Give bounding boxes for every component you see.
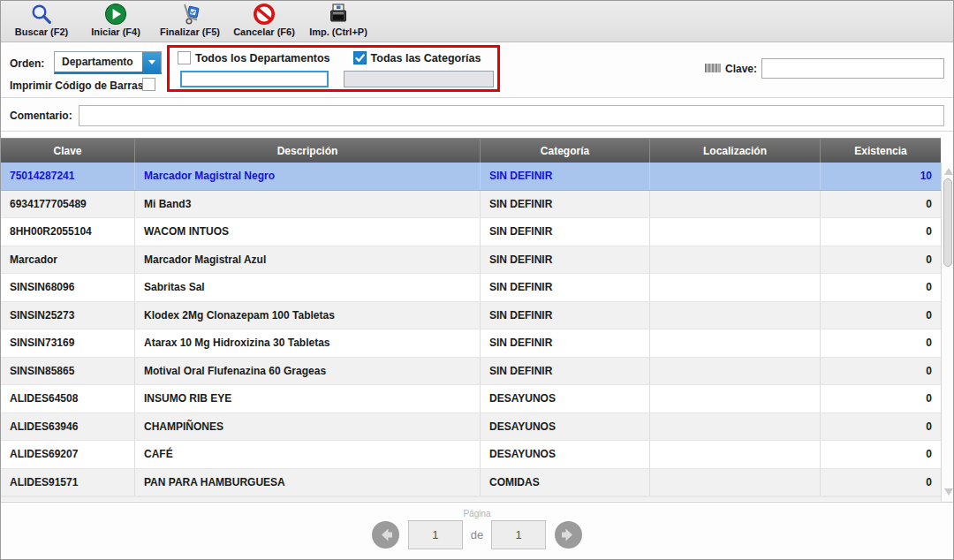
table-row[interactable]: 6934177705489Mi Band3SIN DEFINIR0 xyxy=(1,191,941,219)
cell-clave: SINSIN25273 xyxy=(1,302,135,329)
todos-departamentos-checkbox[interactable] xyxy=(178,51,191,64)
cell-clave: SINSIN73169 xyxy=(1,329,135,357)
cancelar-button[interactable]: Cancelar (F6) xyxy=(227,1,301,42)
column-header-descripcion[interactable]: Descripción xyxy=(135,139,481,163)
cell-existencia: 10 xyxy=(821,163,941,190)
de-label: de xyxy=(471,528,483,541)
iniciar-button[interactable]: Iniciar (F4) xyxy=(79,1,153,42)
finalizar-button[interactable]: Finalizar (F5) xyxy=(153,1,227,42)
cell-localizacion xyxy=(650,246,821,274)
cell-existencia: 0 xyxy=(821,413,941,441)
cell-localizacion xyxy=(650,441,821,468)
cell-existencia: 0 xyxy=(821,274,941,301)
pagina-label: Página xyxy=(1,509,953,518)
current-page-input[interactable] xyxy=(408,520,463,549)
cell-descripcion: Klodex 2Mg Clonazepam 100 Tabletas xyxy=(135,302,481,329)
table-row[interactable]: SINSIN25273Klodex 2Mg Clonazepam 100 Tab… xyxy=(1,302,941,330)
cell-descripcion: CAFÉ xyxy=(135,441,481,468)
scroll-down-icon[interactable] xyxy=(944,488,953,496)
orden-dropdown-value: Departamento xyxy=(55,56,142,68)
orden-dropdown[interactable]: Departamento xyxy=(54,51,162,74)
scrollbar-thumb[interactable] xyxy=(943,178,952,267)
pagination-footer: Página de xyxy=(1,502,953,560)
orden-label: Orden: xyxy=(10,57,44,70)
table-body: 75014287241Marcador Magistral NegroSIN D… xyxy=(1,163,954,496)
todas-categorias-checkbox[interactable] xyxy=(353,51,367,64)
table-row[interactable]: SINSIN73169Atarax 10 Mg Hidroxizina 30 T… xyxy=(1,329,941,358)
cell-categoria: SIN DEFINIR xyxy=(481,274,650,301)
table-row[interactable]: 8HH00R2055104WACOM INTUOSSIN DEFINIR0 xyxy=(1,218,941,246)
table-row[interactable]: ALIDES63946CHAMPIÑONESDESAYUNOS0 xyxy=(1,413,941,442)
previous-page-button[interactable] xyxy=(371,520,400,549)
imprimir-button[interactable]: Imp. (Ctrl+P) xyxy=(301,1,375,42)
clave-group: Clave: xyxy=(705,58,944,79)
cell-clave: 6934177705489 xyxy=(1,191,135,218)
column-header-existencia[interactable]: Existencia xyxy=(821,139,941,163)
cell-localizacion xyxy=(650,413,821,441)
cell-clave: 75014287241 xyxy=(1,163,135,190)
cell-categoria: COMIDAS xyxy=(481,469,650,496)
cell-localizacion xyxy=(650,218,821,246)
cell-localizacion xyxy=(650,163,821,190)
column-header-localizacion[interactable]: Localización xyxy=(650,139,821,163)
departamento-input[interactable] xyxy=(180,71,329,87)
cell-descripcion: CHAMPIÑONES xyxy=(135,413,481,441)
cell-categoria: SIN DEFINIR xyxy=(481,163,650,190)
cell-clave: ALIDES69207 xyxy=(1,441,135,468)
comentario-input[interactable] xyxy=(79,105,944,126)
cell-existencia: 0 xyxy=(821,246,941,274)
imprimir-codigo-checkbox[interactable] xyxy=(142,78,155,91)
table-row[interactable]: ALIDES91571PAN PARA HAMBURGUESACOMIDAS0 xyxy=(1,469,941,497)
clave-input[interactable] xyxy=(761,58,944,79)
table-header: Clave Descripción Categoría Localización… xyxy=(1,138,941,163)
table-row[interactable]: ALIDES64508INSUMO RIB EYEDESAYUNOS0 xyxy=(1,385,941,413)
filter-panel: Orden: Departamento Imprimir Código de B… xyxy=(1,43,953,98)
cell-categoria: SIN DEFINIR xyxy=(481,329,650,357)
finalizar-label: Finalizar (F5) xyxy=(160,26,220,37)
app-window: Buscar (F2) Iniciar (F4) Finalizar (F5) … xyxy=(0,0,954,560)
products-table: Clave Descripción Categoría Localización… xyxy=(1,138,954,502)
vertical-scrollbar[interactable] xyxy=(941,163,954,501)
column-header-categoria[interactable]: Categoría xyxy=(481,139,650,163)
table-row-partial xyxy=(1,496,941,501)
table-row[interactable]: SINSIN68096Sabritas SalSIN DEFINIR0 xyxy=(1,274,941,302)
table-row[interactable]: SINSIN85865Motival Oral Flufenazina 60 G… xyxy=(1,358,941,386)
orden-dropdown-button[interactable] xyxy=(142,52,161,72)
imprimir-label: Imp. (Ctrl+P) xyxy=(309,26,367,37)
cell-clave: 8HH00R2055104 xyxy=(1,218,135,246)
clave-label: Clave: xyxy=(725,63,757,75)
table-row[interactable]: MarcadorMarcador Magistral AzulSIN DEFIN… xyxy=(1,246,941,275)
cell-clave: ALIDES64508 xyxy=(1,385,135,412)
cell-descripcion: Mi Band3 xyxy=(135,191,481,218)
barcode-icon xyxy=(705,61,721,77)
buscar-label: Buscar (F2) xyxy=(15,26,69,37)
cell-categoria: SIN DEFINIR xyxy=(481,246,650,274)
cell-existencia: 0 xyxy=(821,302,941,329)
table-row[interactable]: 75014287241Marcador Magistral NegroSIN D… xyxy=(1,163,941,191)
cell-localizacion xyxy=(650,385,821,412)
cell-localizacion xyxy=(650,469,821,496)
cell-categoria: DESAYUNOS xyxy=(481,413,650,441)
chevron-down-icon xyxy=(148,60,155,64)
scroll-up-icon[interactable] xyxy=(944,168,953,175)
cell-descripcion: Sabritas Sal xyxy=(135,274,481,301)
search-icon xyxy=(30,3,53,26)
cell-descripcion: Marcador Magistral Azul xyxy=(135,246,481,274)
cell-clave: Marcador xyxy=(1,246,135,274)
column-header-clave[interactable]: Clave xyxy=(1,139,135,163)
cell-descripcion: WACOM INTUOS xyxy=(135,218,481,246)
cell-localizacion xyxy=(650,274,821,301)
cell-localizacion xyxy=(650,329,821,357)
next-page-button[interactable] xyxy=(554,520,583,549)
categoria-input[interactable] xyxy=(344,71,494,87)
cell-existencia: 0 xyxy=(821,469,941,496)
todos-departamentos-group: Todos los Departamentos xyxy=(178,51,330,64)
cell-clave: SINSIN85865 xyxy=(1,358,135,385)
cancel-icon xyxy=(253,3,276,26)
imprimir-codigo-label: Imprimir Código de Barras xyxy=(10,79,143,92)
table-row[interactable]: ALIDES69207CAFÉDESAYUNOS0 xyxy=(1,441,941,469)
total-pages-input[interactable] xyxy=(491,520,546,549)
checkbox-row: Todos los Departamentos Todas las Catego… xyxy=(178,51,497,64)
cell-descripcion: PAN PARA HAMBURGUESA xyxy=(135,469,481,496)
buscar-button[interactable]: Buscar (F2) xyxy=(4,1,79,42)
